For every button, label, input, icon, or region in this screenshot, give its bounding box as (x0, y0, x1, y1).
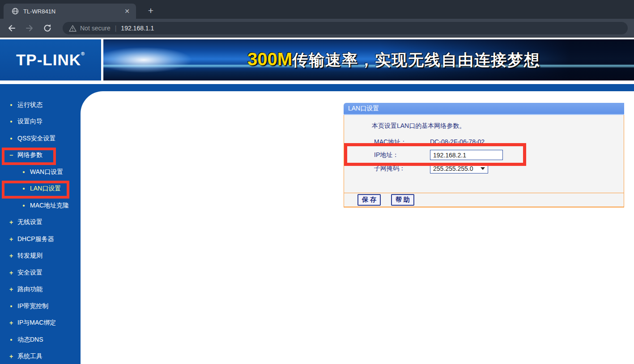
mac-address-label: MAC地址： (374, 138, 407, 146)
panel-body: 本页设置LAN口的基本网络参数。 MAC地址： DC-08-2F-06-78-0… (344, 115, 624, 193)
bullet-icon: + (9, 269, 13, 276)
mac-address-row: MAC地址： DC-08-2F-06-78-02 (344, 137, 624, 148)
bullet-icon: • (9, 336, 13, 343)
bullet-icon: • (21, 202, 26, 209)
bullet-icon: + (9, 236, 13, 243)
bullet-icon: • (21, 169, 26, 176)
sidebar-item-label: WAN口设置 (30, 168, 63, 176)
not-secure-label: Not secure (80, 25, 111, 32)
sidebar-item-12[interactable]: •IP带宽控制 (0, 298, 81, 315)
sidebar-item-3[interactable]: −网络参数 (0, 147, 81, 164)
sidebar-item-label: 设置向导 (17, 118, 43, 126)
sidebar-item-1[interactable]: •设置向导 (0, 114, 81, 131)
not-secure-warning-icon (69, 25, 77, 32)
sidebar-item-6[interactable]: •MAC地址克隆 (0, 197, 81, 214)
bullet-icon: + (9, 219, 13, 226)
panel-title: LAN口设置 (344, 103, 624, 115)
ip-address-row: IP地址： (344, 150, 624, 161)
address-separator: | (115, 25, 117, 32)
sidebar-item-label: 转发规则 (17, 252, 43, 260)
logo-text: TP-LINK (16, 51, 81, 68)
bullet-icon: • (9, 118, 13, 125)
bullet-icon: • (9, 135, 13, 142)
sidebar-item-15[interactable]: +系统工具 (0, 348, 81, 364)
sidebar-item-label: 系统工具 (17, 352, 43, 360)
sidebar-item-11[interactable]: +路由功能 (0, 281, 81, 298)
sidebar-item-7[interactable]: +无线设置 (0, 214, 81, 231)
screenshot-root: TL-WR841N ✕ + Not secur (0, 0, 634, 364)
new-tab-button[interactable]: + (144, 5, 157, 17)
bullet-icon: + (9, 353, 13, 360)
sidebar-item-label: 路由功能 (17, 285, 43, 293)
banner-speed-text: 300M (247, 49, 292, 69)
sidebar-item-label: IP与MAC绑定 (17, 319, 56, 327)
mac-address-value: DC-08-2F-06-78-02 (430, 138, 485, 145)
globe-favicon-icon (12, 8, 19, 15)
subnet-mask-value: 255.255.255.0 (433, 165, 479, 172)
address-bar[interactable]: Not secure | 192.168.1.1 (63, 22, 628, 34)
content-area: LAN口设置 本页设置LAN口的基本网络参数。 MAC地址： DC-08-2F-… (81, 91, 634, 364)
sidebar-item-0[interactable]: •运行状态 (0, 97, 81, 114)
tab-title: TL-WR841N (23, 8, 123, 15)
bullet-icon: + (9, 319, 13, 326)
url-text: 192.168.1.1 (121, 25, 154, 32)
ip-address-label: IP地址： (374, 151, 399, 159)
sidebar-nav: •运行状态•设置向导•QSS安全设置−网络参数•WAN口设置•LAN口设置•MA… (0, 91, 81, 364)
subnet-mask-label: 子网掩码： (374, 165, 405, 173)
banner-slogan: 300M传输速率，实现无线自由连接梦想 (247, 49, 540, 71)
chevron-down-icon (481, 167, 485, 170)
main-area: LAN口设置 本页设置LAN口的基本网络参数。 MAC地址： DC-08-2F-… (0, 91, 634, 364)
sidebar-item-label: 动态DNS (17, 336, 43, 344)
sidebar-item-4[interactable]: •WAN口设置 (0, 164, 81, 181)
sidebar-item-label: 运行状态 (17, 101, 43, 109)
lan-settings-panel: LAN口设置 本页设置LAN口的基本网络参数。 MAC地址： DC-08-2F-… (344, 103, 624, 207)
sidebar-item-label: DHCP服务器 (17, 235, 54, 243)
promo-banner: 300M传输速率，实现无线自由连接梦想 (103, 39, 634, 80)
forward-icon[interactable] (23, 22, 36, 34)
sidebar-item-2[interactable]: •QSS安全设置 (0, 130, 81, 147)
browser-tab[interactable]: TL-WR841N ✕ (4, 4, 136, 19)
help-button[interactable]: 帮 助 (391, 194, 414, 206)
sidebar-item-label: 网络参数 (17, 151, 43, 159)
sidebar-item-label: IP带宽控制 (17, 302, 48, 310)
back-icon[interactable] (5, 22, 18, 34)
subnet-mask-row: 子网掩码： 255.255.255.0 (344, 163, 624, 174)
bullet-icon: − (9, 152, 13, 159)
bullet-icon: + (9, 252, 13, 259)
ip-address-input[interactable] (430, 150, 503, 160)
reload-icon[interactable] (41, 22, 54, 34)
sidebar-item-label: MAC地址克隆 (30, 202, 69, 210)
header-divider-strip (0, 84, 634, 91)
tplink-logo: TP-LINK® (0, 39, 101, 80)
sidebar-item-9[interactable]: +转发规则 (0, 248, 81, 265)
sidebar-item-14[interactable]: •动态DNS (0, 331, 81, 348)
sidebar-item-8[interactable]: +DHCP服务器 (0, 231, 81, 248)
sidebar-item-label: LAN口设置 (30, 185, 61, 193)
bullet-icon: • (9, 102, 13, 109)
panel-footer: 保 存 帮 助 (344, 193, 624, 207)
save-button[interactable]: 保 存 (357, 194, 381, 206)
sidebar-item-label: QSS安全设置 (17, 135, 56, 143)
sidebar-item-label: 无线设置 (17, 218, 43, 226)
bullet-icon: • (21, 185, 26, 192)
logo-registered-mark: ® (81, 51, 85, 56)
sidebar-item-10[interactable]: +安全设置 (0, 264, 81, 281)
subnet-mask-select[interactable]: 255.255.255.0 (430, 163, 488, 174)
sidebar-item-5[interactable]: •LAN口设置 (0, 181, 81, 198)
bullet-icon: + (9, 286, 13, 293)
sidebar-item-13[interactable]: +IP与MAC绑定 (0, 315, 81, 332)
tab-close-icon[interactable]: ✕ (123, 7, 132, 16)
panel-description: 本页设置LAN口的基本网络参数。 (372, 122, 465, 130)
browser-tab-strip: TL-WR841N ✕ + (0, 0, 634, 19)
browser-toolbar: Not secure | 192.168.1.1 (0, 19, 634, 38)
sidebar-item-label: 安全设置 (17, 269, 43, 277)
bullet-icon: • (9, 303, 13, 310)
